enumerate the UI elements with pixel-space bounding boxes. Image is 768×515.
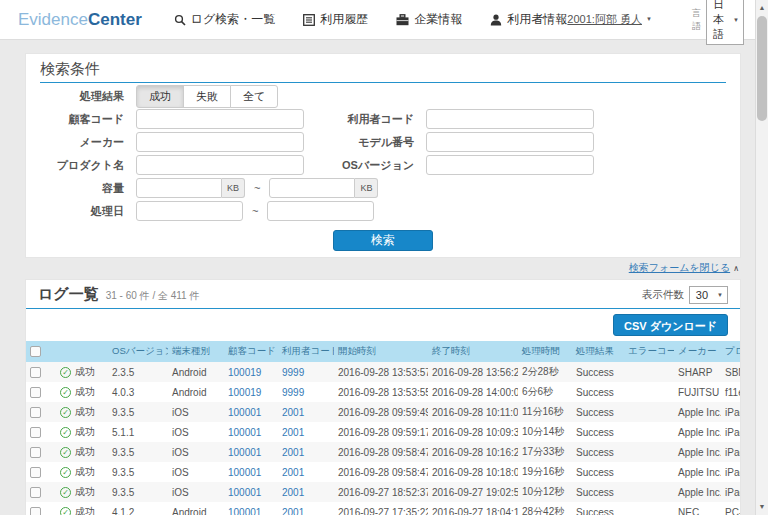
app-logo[interactable]: EvidenceCenter [18, 10, 142, 30]
user-code-link[interactable]: 2001 [282, 507, 304, 515]
result-option-success[interactable]: 成功 [136, 85, 184, 108]
result-option-all[interactable]: 全て [230, 85, 278, 108]
status-label: 成功 [75, 405, 95, 419]
capacity-min-input[interactable] [136, 178, 222, 198]
result-toggle-group: 成功 失敗 全て [136, 85, 278, 108]
row-checkbox[interactable] [30, 447, 41, 458]
row-checkbox[interactable] [30, 427, 41, 438]
language-select[interactable]: 日本語 [706, 0, 744, 45]
nav-item-company-info[interactable]: 企業情報 [396, 11, 462, 28]
scroll-up-arrow-icon[interactable]: ▲ [756, 1, 768, 15]
status-cell: 成功 [56, 382, 108, 402]
os-version-cell: 4.1.2 [108, 502, 168, 515]
user-code-cell: 2001 [278, 502, 334, 515]
column-header-os-version: OSバージョン [108, 341, 168, 362]
column-header-end-time: 終了時刻 [428, 341, 518, 362]
user-account-menu[interactable]: 2001:阿部 勇人 [567, 12, 652, 27]
search-button[interactable]: 検索 [333, 230, 433, 251]
per-page-value: 30 [696, 289, 708, 301]
form-row-product-os: プロダクト名 OSバージョン [40, 155, 726, 175]
duration-cell: 6分6秒 [518, 382, 572, 402]
result-cell: Success [572, 502, 624, 515]
duration-cell: 28分42秒 [518, 502, 572, 515]
user-code-link[interactable]: 2001 [282, 427, 304, 438]
customer-code-link[interactable]: 100001 [228, 427, 261, 438]
customer-code-cell: 100001 [224, 482, 278, 502]
per-page-select[interactable]: 30 [689, 286, 728, 304]
history-list-icon [303, 14, 315, 26]
start-time-cell: 2016-09-28 13:53:57 [334, 362, 428, 382]
user-code-link[interactable]: 9999 [282, 367, 304, 378]
start-time-cell: 2016-09-28 09:58:47 [334, 442, 428, 462]
user-code-link[interactable]: 2001 [282, 447, 304, 458]
logo-text-bold: Center [88, 10, 142, 29]
close-form-row: 検索フォームを閉じる [0, 261, 739, 275]
end-time-cell: 2016-09-28 10:18:05 [428, 462, 518, 482]
row-select-cell [26, 462, 56, 482]
process-date-to-input[interactable] [267, 201, 374, 221]
product-name-cell: f11e [721, 382, 740, 402]
row-checkbox[interactable] [30, 407, 41, 418]
customer-code-link[interactable]: 100001 [228, 447, 261, 458]
maker-cell: FUJITSU [674, 382, 721, 402]
process-date-from-input[interactable] [136, 201, 243, 221]
customer-code-link[interactable]: 100001 [228, 487, 261, 498]
start-time-cell: 2016-09-28 09:59:49 [334, 402, 428, 422]
customer-code-link[interactable]: 100019 [228, 387, 261, 398]
language-label: 言語 [692, 7, 701, 33]
device-type-cell: iOS [168, 422, 224, 442]
scrollbar-thumb[interactable] [757, 16, 767, 121]
os-version-input[interactable] [426, 155, 594, 175]
customer-code-cell: 100019 [224, 362, 278, 382]
select-all-checkbox[interactable] [30, 346, 41, 357]
row-checkbox[interactable] [30, 387, 41, 398]
status-cell: 成功 [56, 462, 108, 482]
product-name-input[interactable] [136, 155, 304, 175]
nav-item-usage-history[interactable]: 利用履歴 [303, 11, 368, 28]
row-checkbox[interactable] [30, 507, 41, 515]
user-code-link[interactable]: 2001 [282, 407, 304, 418]
customer-code-link[interactable]: 100001 [228, 407, 261, 418]
user-code-link[interactable]: 2001 [282, 467, 304, 478]
row-select-cell [26, 402, 56, 422]
column-header-device-type: 端末種別 [168, 341, 224, 362]
csv-download-button[interactable]: CSV ダウンロード [613, 314, 728, 336]
scroll-down-arrow-icon[interactable]: ▼ [756, 500, 768, 514]
row-checkbox[interactable] [30, 487, 41, 498]
customer-code-link[interactable]: 100019 [228, 367, 261, 378]
nav-item-log-search[interactable]: ログ検索・一覧 [174, 11, 276, 28]
result-range-text: 31 - 60 件 / 全 411 件 [106, 289, 200, 304]
vertical-scrollbar[interactable]: ▲ ▼ [755, 0, 768, 515]
status-cell: 成功 [56, 422, 108, 442]
maker-input[interactable] [136, 132, 304, 152]
csv-row: CSV ダウンロード [26, 309, 740, 341]
customer-code-input[interactable] [136, 109, 304, 129]
device-type-cell: iOS [168, 442, 224, 462]
result-option-failure[interactable]: 失敗 [183, 85, 231, 108]
row-select-cell [26, 482, 56, 502]
main-nav: ログ検索・一覧 利用履歴 企業情報 利用者情報 [174, 11, 568, 28]
user-code-link[interactable]: 9999 [282, 387, 304, 398]
customer-code-link[interactable]: 100001 [228, 467, 261, 478]
product-name-cell: iPad [721, 482, 740, 502]
table-row: 成功9.3.5iOS10000120012016-09-28 09:58:472… [26, 462, 740, 482]
column-header-error-code: エラーコード [624, 341, 674, 362]
row-checkbox[interactable] [30, 367, 41, 378]
log-table-wrapper: OSバージョン端末種別顧客コード利用者コード開始時刻終了時刻処理時間処理結果エラ… [26, 341, 740, 515]
nav-item-label: 利用履歴 [320, 11, 368, 28]
nav-item-user-info[interactable]: 利用者情報 [490, 11, 567, 28]
error-code-cell [624, 462, 674, 482]
row-checkbox[interactable] [30, 467, 41, 478]
status-cell: 成功 [56, 502, 108, 515]
result-cell: Success [572, 442, 624, 462]
customer-code-link[interactable]: 100001 [228, 507, 261, 515]
capacity-max-input[interactable] [269, 178, 355, 198]
customer-code-cell: 100019 [224, 382, 278, 402]
close-search-form-link[interactable]: 検索フォームを閉じる [629, 262, 730, 273]
model-number-input[interactable] [426, 132, 594, 152]
table-row: 成功9.3.5iOS10000120012016-09-28 09:58:472… [26, 442, 740, 462]
table-row: 成功9.3.5iOS10000120012016-09-27 18:52:372… [26, 482, 740, 502]
user-code-link[interactable]: 2001 [282, 487, 304, 498]
user-code-input[interactable] [426, 109, 594, 129]
customer-code-cell: 100001 [224, 402, 278, 422]
